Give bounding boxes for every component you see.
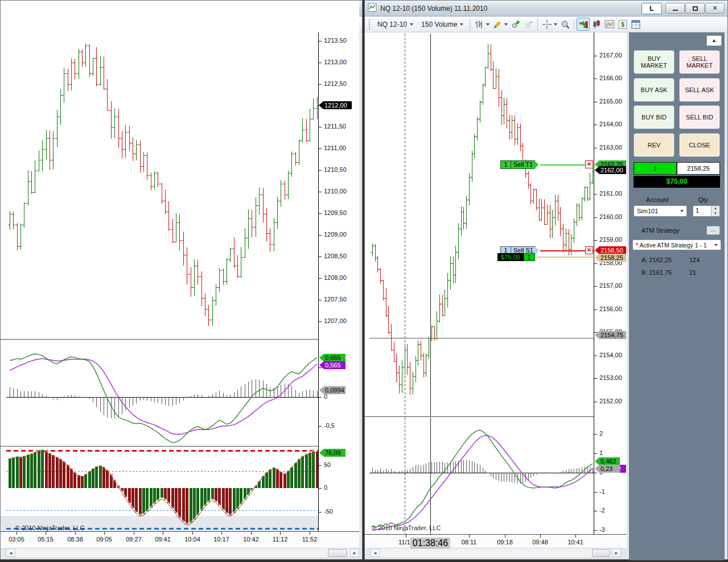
scroll-thumb[interactable] bbox=[592, 549, 610, 557]
buy-market-button[interactable]: BUY MARKET bbox=[634, 50, 674, 74]
close-position-button[interactable]: CLOSE bbox=[679, 133, 720, 157]
zoom-in-icon[interactable] bbox=[509, 18, 522, 31]
chevron-down-icon bbox=[460, 23, 463, 26]
price-marker-black: 2162,00 bbox=[595, 166, 626, 174]
axis-tick-label: -0,5 bbox=[324, 422, 335, 429]
axis-tick bbox=[319, 84, 322, 85]
axis-tick-label: 2164,00 bbox=[599, 121, 622, 127]
chart-style-icon[interactable] bbox=[472, 18, 486, 31]
chevron-down-icon bbox=[680, 210, 684, 212]
qty-down-icon[interactable]: ▼ bbox=[711, 211, 719, 216]
indicator-value-label: 0,665 bbox=[319, 354, 346, 362]
mini-chart-icon[interactable] bbox=[603, 18, 616, 31]
nq-time-axis[interactable]: 11/1108:1109:1809:4810:41 bbox=[365, 535, 627, 548]
price-marker-red: 2158,50 bbox=[595, 246, 626, 254]
instrument-select[interactable]: NQ 12-10 bbox=[373, 19, 417, 30]
interval-select[interactable]: 150 Volume bbox=[417, 19, 467, 30]
data-box-icon[interactable] bbox=[558, 18, 571, 31]
qty-up-icon[interactable]: ▲ bbox=[711, 206, 719, 211]
axis-tick bbox=[594, 309, 597, 310]
axis-tick bbox=[319, 278, 322, 279]
reverse-button[interactable]: REV bbox=[634, 133, 674, 157]
sell-bid-button[interactable]: SELL BID bbox=[679, 105, 720, 129]
axis-tick bbox=[594, 434, 597, 435]
chevron-down-icon[interactable] bbox=[504, 23, 508, 26]
sell-market-button[interactable]: SELL MARKET bbox=[679, 50, 720, 74]
cancel-stop-button[interactable]: ✕ bbox=[585, 246, 593, 254]
axis-tick-label: 2167,00 bbox=[599, 52, 622, 59]
cancel-target-button[interactable]: ✕ bbox=[585, 160, 593, 168]
market-depth-icon[interactable] bbox=[590, 18, 603, 31]
time-tick bbox=[192, 532, 193, 535]
account-select[interactable]: Sim101 bbox=[634, 205, 687, 217]
sell-ask-button[interactable]: SELL ASK bbox=[679, 78, 720, 102]
panel-divider[interactable] bbox=[1, 339, 359, 340]
scroll-left-arrow[interactable]: ◄ bbox=[6, 549, 15, 557]
scroll-left-arrow[interactable]: ◄ bbox=[371, 549, 380, 557]
bid-price: B: 2161,75 bbox=[641, 269, 672, 276]
es-chart-window: ES 12-10 (1000 Volume) 11.11.2010 L ✕ ES… bbox=[0, 0, 363, 560]
toolbar-separator bbox=[574, 19, 574, 30]
scroll-thumb[interactable] bbox=[328, 549, 347, 557]
zoom-out-icon[interactable] bbox=[522, 18, 535, 31]
es-oscillator-panel[interactable] bbox=[6, 447, 318, 531]
panel-divider[interactable] bbox=[1, 446, 359, 447]
collapse-panel-button[interactable]: ▲ bbox=[706, 35, 722, 46]
axis-tick bbox=[594, 240, 597, 241]
position-entry-tag: $75,00 1 bbox=[497, 253, 535, 261]
axis-tick-label: 1211,50 bbox=[324, 123, 346, 130]
chart-trader-icon[interactable] bbox=[577, 18, 590, 31]
axis-tick bbox=[319, 465, 322, 466]
axis-tick bbox=[594, 125, 597, 125]
es-price-panel[interactable] bbox=[6, 34, 318, 339]
atm-options-button[interactable]: ... bbox=[706, 226, 720, 235]
es-macd-panel[interactable] bbox=[6, 341, 318, 445]
time-tick-label: 09:48 bbox=[532, 539, 548, 546]
time-tick-label: 10:42 bbox=[243, 536, 259, 543]
axis-tick-label: -3 bbox=[599, 526, 605, 533]
nq-price-panel[interactable] bbox=[369, 34, 594, 416]
buy-bid-button[interactable]: BUY BID bbox=[634, 105, 674, 129]
unrealized-pnl: $75,00 bbox=[634, 176, 720, 188]
crosshair-icon[interactable] bbox=[540, 18, 553, 31]
chevron-down-icon[interactable] bbox=[554, 23, 557, 26]
time-tick-label: 09:41 bbox=[155, 536, 171, 543]
indicator-value-label: 76,09 bbox=[319, 449, 346, 457]
drawing-tools-icon[interactable] bbox=[491, 18, 504, 31]
axis-tick bbox=[319, 257, 322, 257]
svg-text:$: $ bbox=[621, 21, 624, 28]
time-tick-label: 11:52 bbox=[302, 536, 318, 543]
axis-tick-label: 1208,50 bbox=[324, 253, 347, 259]
atm-strategy-select[interactable]: * Active ATM Strategy 1 - 1 bbox=[632, 239, 721, 250]
nq-toolbar: NQ 12-10 150 Volume $ bbox=[365, 16, 727, 32]
chevron-down-icon bbox=[410, 23, 413, 26]
link-button[interactable]: L bbox=[641, 3, 662, 14]
time-tick-label: 05:15 bbox=[38, 536, 54, 543]
es-hscrollbar[interactable]: ◄ ► bbox=[5, 548, 360, 558]
dollar-icon[interactable]: $ bbox=[616, 18, 629, 31]
chevron-down-icon[interactable] bbox=[486, 23, 490, 26]
es-time-axis[interactable]: 03:0505:1508:3809:0509:2709:4110:0410:17… bbox=[1, 532, 359, 548]
quantity-stepper[interactable]: 1 ▲▼ bbox=[693, 205, 720, 217]
sell-target-tag[interactable]: 1 Sell T1 bbox=[500, 160, 538, 169]
toolbar-grip[interactable] bbox=[369, 19, 371, 30]
buy-ask-button[interactable]: BUY ASK bbox=[634, 78, 674, 102]
maximize-button[interactable] bbox=[685, 3, 705, 14]
axis-tick bbox=[319, 367, 322, 368]
nq-macd-panel[interactable] bbox=[369, 418, 594, 534]
app-icon bbox=[368, 3, 377, 14]
minimize-button[interactable] bbox=[665, 3, 685, 14]
scroll-right-arrow[interactable]: ► bbox=[350, 549, 359, 557]
properties-icon[interactable] bbox=[629, 18, 642, 31]
panel-divider[interactable] bbox=[365, 416, 627, 417]
nq-price-axis[interactable]: 2167,002166,002165,002164,002163,002161,… bbox=[594, 32, 627, 534]
close-button[interactable]: ✕ bbox=[705, 3, 725, 14]
time-tick-label: 03:05 bbox=[9, 536, 24, 543]
axis-tick bbox=[594, 492, 597, 493]
axis-tick bbox=[319, 300, 322, 300]
nq-titlebar[interactable]: NQ 12-10 (150 Volume) 11.11.2010 L ✕ bbox=[365, 1, 727, 16]
nq-hscrollbar[interactable]: ◄ ► bbox=[369, 548, 622, 558]
scroll-right-arrow[interactable]: ► bbox=[612, 549, 621, 557]
axis-tick bbox=[319, 170, 322, 171]
time-tick-label: 08:11 bbox=[462, 539, 477, 546]
